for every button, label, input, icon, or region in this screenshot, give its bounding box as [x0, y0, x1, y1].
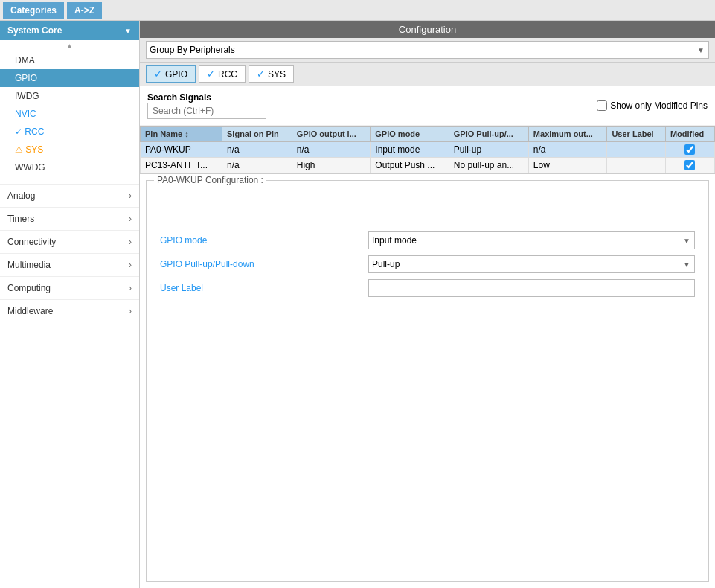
pin-config-section: PA0-WKUP Configuration : GPIO mode Input…: [146, 180, 709, 582]
sidebar: System Core ▼ ▲ DMA GPIO IWDG NVIC ✓ RCC…: [0, 21, 140, 588]
signal-table: Pin Name ↕ Signal on Pin GPIO output l..…: [140, 126, 715, 173]
system-core-header[interactable]: System Core ▼: [0, 21, 139, 40]
sidebar-section-middleware[interactable]: Middleware ›: [0, 299, 139, 322]
cell-modified: [665, 158, 714, 173]
pin-config-title: PA0-WKUP Configuration :: [154, 175, 266, 185]
col-modified[interactable]: Modified: [665, 127, 714, 142]
top-bar: Categories A->Z: [0, 0, 715, 21]
cell-max-output: n/a: [528, 142, 607, 158]
cell-output-level: High: [292, 158, 371, 173]
cell-pin-name: PC13-ANTI_T...: [141, 158, 222, 173]
analog-chevron-icon: ›: [129, 191, 132, 201]
gpio-pull-label: GPIO Pull-up/Pull-down: [160, 259, 368, 269]
search-input[interactable]: [147, 103, 266, 119]
col-pull[interactable]: GPIO Pull-up/...: [449, 127, 528, 142]
modified-check[interactable]: [684, 160, 695, 170]
user-label-field: User Label: [160, 279, 695, 297]
main-layout: System Core ▼ ▲ DMA GPIO IWDG NVIC ✓ RCC…: [0, 21, 715, 588]
gpio-pull-field: GPIO Pull-up/Pull-down Pull-up Pull-down…: [160, 255, 695, 273]
cell-user-label: [607, 158, 666, 173]
content-area: Configuration Group By Peripherals Group…: [140, 21, 715, 588]
middleware-label: Middleware: [7, 306, 53, 316]
sidebar-section-timers[interactable]: Timers ›: [0, 207, 139, 230]
col-pin-name[interactable]: Pin Name ↕: [141, 127, 222, 142]
toolbar: Group By Peripherals Group By Pins ▼: [140, 38, 715, 63]
sidebar-item-iwdg[interactable]: IWDG: [0, 87, 139, 105]
signal-table-container: Pin Name ↕ Signal on Pin GPIO output l..…: [140, 126, 715, 174]
gpio-pull-select[interactable]: Pull-up Pull-down No pull-up and no pull…: [368, 255, 695, 273]
computing-chevron-icon: ›: [129, 283, 132, 293]
connectivity-label: Connectivity: [7, 237, 56, 247]
config-fields: GPIO mode Input mode Output Push Pull Ou…: [153, 187, 702, 304]
system-core-arrow: ▼: [124, 27, 132, 35]
sidebar-section-multimedia[interactable]: Multimedia ›: [0, 253, 139, 276]
gpio-mode-field: GPIO mode Input mode Output Push Pull Ou…: [160, 231, 695, 249]
tab-gpio-label: GPIO: [165, 69, 187, 80]
group-by-wrapper: Group By Peripherals Group By Pins ▼: [146, 41, 709, 59]
search-section: Search Signals: [147, 92, 266, 119]
sidebar-item-dma[interactable]: DMA: [0, 51, 139, 69]
sidebar-item-rcc[interactable]: ✓ RCC: [0, 123, 139, 141]
col-max-output[interactable]: Maximum out...: [528, 127, 607, 142]
cell-signal: n/a: [222, 142, 292, 158]
gpio-mode-select[interactable]: Input mode Output Push Pull Output Open …: [368, 231, 695, 249]
cell-modified: [665, 142, 714, 158]
timers-chevron-icon: ›: [129, 214, 132, 224]
categories-button[interactable]: Categories: [3, 2, 64, 19]
show-modified-section: Show only Modified Pins: [597, 100, 708, 111]
show-modified-label: Show only Modified Pins: [610, 100, 708, 111]
table-row[interactable]: PC13-ANTI_T... n/a High Output Push ... …: [141, 158, 715, 173]
sidebar-section-analog[interactable]: Analog ›: [0, 184, 139, 207]
tab-rcc-label: RCC: [218, 69, 237, 80]
search-label: Search Signals: [147, 92, 266, 103]
col-output-level[interactable]: GPIO output l...: [292, 127, 371, 142]
search-area: Search Signals Show only Modified Pins: [140, 86, 715, 126]
sidebar-item-wwdg[interactable]: WWDG: [0, 159, 139, 176]
content-body: Search Signals Show only Modified Pins P…: [140, 86, 715, 588]
cell-pull: No pull-up an...: [449, 158, 528, 173]
tab-sys[interactable]: ✓ SYS: [249, 65, 294, 83]
computing-label: Computing: [7, 283, 51, 293]
gpio-mode-wrapper: Input mode Output Push Pull Output Open …: [368, 231, 695, 249]
sidebar-section-computing[interactable]: Computing ›: [0, 276, 139, 299]
cell-output-level: n/a: [292, 142, 371, 158]
group-by-select[interactable]: Group By Peripherals Group By Pins: [146, 41, 709, 59]
timers-label: Timers: [7, 214, 34, 224]
sidebar-item-sys[interactable]: ⚠ SYS: [0, 141, 139, 159]
cell-user-label: [607, 142, 666, 158]
modified-check[interactable]: [684, 144, 695, 155]
analog-label: Analog: [7, 191, 35, 201]
cell-pull: Pull-up: [449, 142, 528, 158]
cell-pin-name: PA0-WKUP: [141, 142, 222, 158]
system-core-label: System Core: [7, 25, 62, 36]
gpio-mode-label: GPIO mode: [160, 235, 368, 246]
az-button[interactable]: A->Z: [67, 2, 102, 19]
config-header: Configuration: [140, 21, 715, 38]
rcc-check-icon: ✓: [207, 68, 215, 80]
scroll-indicator: ▲: [0, 40, 139, 51]
tab-rcc[interactable]: ✓ RCC: [199, 65, 246, 83]
col-signal[interactable]: Signal on Pin: [222, 127, 292, 142]
show-modified-checkbox[interactable]: [597, 100, 607, 111]
sidebar-section-connectivity[interactable]: Connectivity ›: [0, 230, 139, 253]
gpio-check-icon: ✓: [154, 68, 162, 80]
table-row[interactable]: PA0-WKUP n/a n/a Input mode Pull-up n/a: [141, 142, 715, 158]
col-mode[interactable]: GPIO mode: [371, 127, 449, 142]
cell-max-output: Low: [528, 158, 607, 173]
connectivity-chevron-icon: ›: [129, 237, 132, 247]
user-label-input[interactable]: [368, 279, 695, 297]
cell-signal: n/a: [222, 158, 292, 173]
cell-mode: Output Push ...: [371, 158, 449, 173]
user-label-field-label: User Label: [160, 283, 368, 293]
sidebar-item-gpio[interactable]: GPIO: [0, 69, 139, 87]
cell-mode: Input mode: [371, 142, 449, 158]
sys-check-icon: ✓: [257, 68, 265, 80]
gpio-pull-wrapper: Pull-up Pull-down No pull-up and no pull…: [368, 255, 695, 273]
tab-gpio[interactable]: ✓ GPIO: [146, 65, 196, 83]
tabs-bar: ✓ GPIO ✓ RCC ✓ SYS: [140, 63, 715, 86]
col-user-label[interactable]: User Label: [607, 127, 666, 142]
tab-sys-label: SYS: [268, 69, 286, 80]
multimedia-label: Multimedia: [7, 260, 51, 270]
sidebar-item-nvic[interactable]: NVIC: [0, 105, 139, 123]
middleware-chevron-icon: ›: [129, 306, 132, 316]
